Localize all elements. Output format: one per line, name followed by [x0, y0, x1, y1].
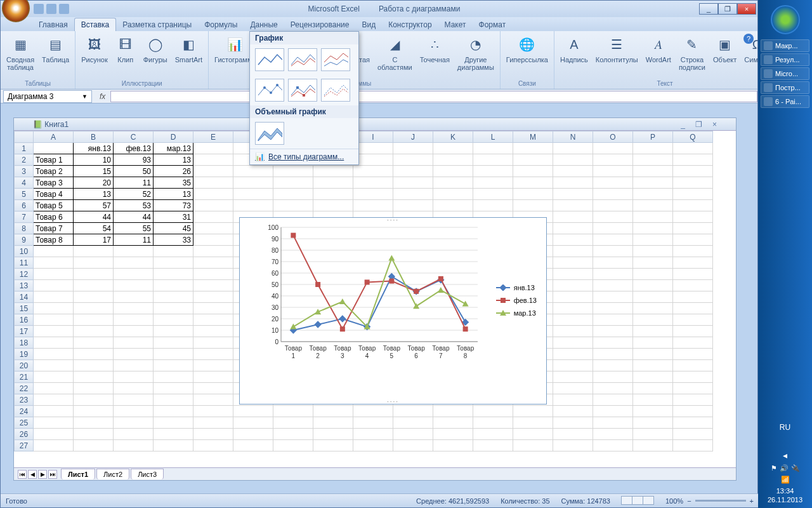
row-header-24[interactable]: 24: [15, 406, 34, 417]
workbook-titlebar[interactable]: 📗 Книга1 _❐×: [14, 118, 736, 131]
cell-O2[interactable]: [593, 154, 633, 166]
cell-K5[interactable]: [433, 189, 473, 200]
cell-C23[interactable]: [114, 394, 154, 406]
cell-N17[interactable]: [553, 326, 593, 337]
cell-D4[interactable]: 35: [154, 177, 193, 189]
cell-P20[interactable]: [633, 360, 673, 371]
cell-D16[interactable]: [154, 314, 193, 326]
cell-I4[interactable]: [353, 177, 393, 189]
cell-D22[interactable]: [154, 383, 193, 394]
cell-C9[interactable]: 11: [114, 234, 154, 246]
cell-E27[interactable]: [193, 440, 233, 451]
cell-N1[interactable]: [553, 143, 593, 154]
cell-Q20[interactable]: [673, 360, 713, 371]
cell-P1[interactable]: [633, 143, 673, 154]
cell-L5[interactable]: [473, 189, 513, 200]
picture-button[interactable]: 🖼Рисунок: [78, 32, 111, 65]
row-header-4[interactable]: 4: [15, 177, 34, 189]
cell-D9[interactable]: 33: [154, 234, 193, 246]
cell-B8[interactable]: 54: [74, 223, 114, 234]
cell-P21[interactable]: [633, 371, 673, 383]
select-all-corner[interactable]: [15, 131, 34, 143]
cell-A3[interactable]: Товар 2: [34, 166, 74, 177]
col-header-Q[interactable]: Q: [673, 131, 713, 143]
cell-L24[interactable]: [473, 406, 513, 417]
cell-D1[interactable]: мар.13: [154, 143, 193, 154]
cell-G26[interactable]: [273, 429, 313, 440]
cell-O8[interactable]: [593, 223, 633, 234]
cell-N4[interactable]: [553, 177, 593, 189]
cell-G6[interactable]: [273, 200, 313, 211]
cell-D27[interactable]: [154, 440, 193, 451]
row-header-10[interactable]: 10: [15, 246, 34, 257]
cell-F6[interactable]: [233, 200, 273, 211]
cell-M6[interactable]: [513, 200, 553, 211]
cell-E15[interactable]: [193, 303, 233, 314]
fx-icon[interactable]: fx: [100, 92, 105, 101]
tab-Данные[interactable]: Данные: [244, 18, 284, 31]
taskbar-item[interactable]: 6 - Pai...: [761, 95, 809, 108]
cell-F4[interactable]: [233, 177, 273, 189]
cell-A23[interactable]: [34, 394, 74, 406]
cell-C21[interactable]: [114, 371, 154, 383]
cell-N20[interactable]: [553, 360, 593, 371]
cell-P11[interactable]: [633, 257, 673, 269]
row-header-19[interactable]: 19: [15, 349, 34, 360]
cell-K6[interactable]: [433, 200, 473, 211]
cell-M26[interactable]: [513, 429, 553, 440]
cell-C7[interactable]: 44: [114, 211, 154, 223]
col-header-E[interactable]: E: [193, 131, 233, 143]
wordart-button[interactable]: 𝐴WordArt: [643, 32, 674, 65]
line-type-1[interactable]: [255, 48, 284, 71]
cell-D14[interactable]: [154, 291, 193, 303]
col-header-M[interactable]: M: [513, 131, 553, 143]
cell-O15[interactable]: [593, 303, 633, 314]
cell-B14[interactable]: [74, 291, 114, 303]
cell-O5[interactable]: [593, 189, 633, 200]
smartart-button[interactable]: ◧SmartArt: [172, 32, 206, 65]
tab-Формат[interactable]: Формат: [473, 18, 513, 31]
cell-B2[interactable]: 10: [74, 154, 114, 166]
cell-I26[interactable]: [353, 429, 393, 440]
cell-P12[interactable]: [633, 269, 673, 280]
row-header-9[interactable]: 9: [15, 234, 34, 246]
line-type-5[interactable]: [288, 79, 317, 102]
cell-P15[interactable]: [633, 303, 673, 314]
cell-D5[interactable]: 13: [154, 189, 193, 200]
cell-B18[interactable]: [74, 337, 114, 349]
cell-K4[interactable]: [433, 177, 473, 189]
clock-date[interactable]: 26.11.2013: [758, 495, 812, 504]
row-header-2[interactable]: 2: [15, 154, 34, 166]
name-box[interactable]: Диаграмма 3 ▼: [3, 90, 92, 103]
cell-N6[interactable]: [553, 200, 593, 211]
cell-Q16[interactable]: [673, 314, 713, 326]
cell-B4[interactable]: 20: [74, 177, 114, 189]
row-header-16[interactable]: 16: [15, 314, 34, 326]
cell-O9[interactable]: [593, 234, 633, 246]
col-header-A[interactable]: A: [34, 131, 74, 143]
col-header-J[interactable]: J: [393, 131, 433, 143]
cell-D12[interactable]: [154, 269, 193, 280]
cell-Q11[interactable]: [673, 257, 713, 269]
zoom-slider[interactable]: [695, 500, 746, 502]
row-header-7[interactable]: 7: [15, 211, 34, 223]
row-header-27[interactable]: 27: [15, 440, 34, 451]
sheet-nav-first-icon[interactable]: ⏮: [18, 470, 27, 479]
cell-H4[interactable]: [313, 177, 353, 189]
cell-P14[interactable]: [633, 291, 673, 303]
cell-N25[interactable]: [553, 417, 593, 429]
row-header-20[interactable]: 20: [15, 360, 34, 371]
line-type-4[interactable]: [255, 79, 284, 102]
cell-O23[interactable]: [593, 394, 633, 406]
cell-J6[interactable]: [393, 200, 433, 211]
cell-P8[interactable]: [633, 223, 673, 234]
other-charts-button[interactable]: ◔Другие диаграммы: [454, 32, 497, 73]
cell-A5[interactable]: Товар 4: [34, 189, 74, 200]
cell-A1[interactable]: [34, 143, 74, 154]
cell-H24[interactable]: [313, 406, 353, 417]
cell-D19[interactable]: [154, 349, 193, 360]
cell-N15[interactable]: [553, 303, 593, 314]
cell-M2[interactable]: [513, 154, 553, 166]
cell-E6[interactable]: [193, 200, 233, 211]
cell-J25[interactable]: [393, 417, 433, 429]
